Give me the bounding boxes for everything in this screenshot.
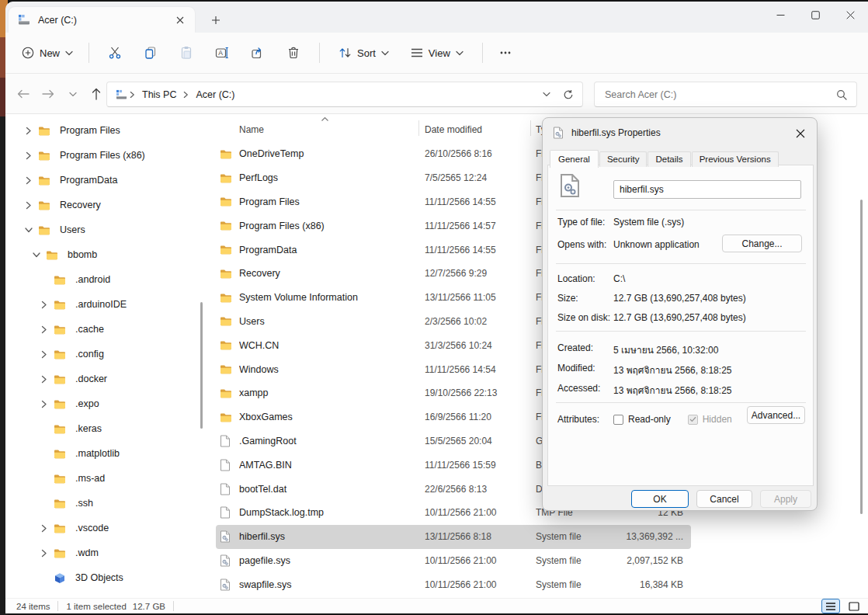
delete-button[interactable] bbox=[279, 40, 308, 66]
view-button[interactable]: View bbox=[404, 43, 470, 64]
change-button[interactable]: Change... bbox=[722, 235, 802, 252]
new-button[interactable]: New bbox=[14, 42, 81, 64]
back-button[interactable] bbox=[12, 82, 35, 106]
more-options-button[interactable] bbox=[494, 40, 517, 66]
explorer-tab[interactable]: Acer (C:) bbox=[9, 7, 195, 33]
up-button[interactable] bbox=[85, 82, 108, 106]
toolbar-separator bbox=[89, 43, 89, 63]
tab-details[interactable]: Details bbox=[648, 151, 690, 167]
search-input[interactable] bbox=[595, 89, 836, 100]
tab-previous-versions[interactable]: Previous Versions bbox=[692, 151, 779, 167]
column-header-date-modified[interactable]: Date modified bbox=[425, 124, 482, 135]
chevron-right-icon[interactable] bbox=[38, 524, 50, 533]
ok-button[interactable]: OK bbox=[631, 490, 689, 508]
tab-close-button[interactable] bbox=[172, 12, 189, 29]
chevron-down-icon[interactable] bbox=[23, 226, 35, 235]
sidebar-item-bbomb[interactable]: bbomb bbox=[5, 242, 207, 267]
cut-button[interactable] bbox=[100, 40, 130, 66]
sidebar-item-programdata[interactable]: ProgramData bbox=[5, 168, 207, 193]
sidebar-item-keras[interactable]: .keras bbox=[5, 416, 207, 441]
sidebar-item-android[interactable]: .android bbox=[5, 267, 207, 292]
window-controls bbox=[763, 2, 868, 28]
address-bar[interactable]: This PC Acer (C:) bbox=[106, 82, 583, 107]
selection-count: 1 item selected bbox=[66, 602, 126, 611]
sidebar-item-matplotlib[interactable]: .matplotlib bbox=[5, 441, 207, 466]
chevron-right-icon[interactable] bbox=[38, 400, 50, 408]
paste-button[interactable] bbox=[172, 40, 201, 66]
column-header-name[interactable]: Name bbox=[239, 124, 264, 135]
folder-icon bbox=[220, 293, 234, 303]
sidebar-scrollbar[interactable] bbox=[200, 302, 203, 429]
sidebar-item-config[interactable]: .config bbox=[5, 342, 207, 367]
chevron-right-icon[interactable] bbox=[38, 375, 50, 384]
folder-icon bbox=[54, 422, 69, 435]
chevron-right-icon[interactable] bbox=[23, 201, 35, 210]
readonly-checkbox[interactable] bbox=[613, 415, 623, 425]
copy-button[interactable] bbox=[136, 40, 165, 66]
dialog-title-bar[interactable]: hiberfil.sys Properties bbox=[543, 118, 817, 148]
rename-button[interactable]: A bbox=[207, 40, 237, 66]
chevron-right-icon[interactable] bbox=[23, 176, 35, 185]
advanced-button[interactable]: Advanced... bbox=[747, 406, 805, 424]
arrow-left-icon bbox=[17, 89, 30, 99]
chevron-right-icon[interactable] bbox=[23, 151, 35, 160]
sidebar-item-wdm[interactable]: .wdm bbox=[5, 540, 207, 565]
sort-ascending-icon bbox=[321, 116, 329, 122]
sidebar-item-docker[interactable]: .docker bbox=[5, 367, 207, 391]
refresh-button[interactable] bbox=[557, 85, 580, 105]
drive-icon bbox=[116, 89, 127, 100]
chevron-right-icon[interactable] bbox=[38, 325, 50, 334]
sidebar-item-3d-objects[interactable]: 3D Objects bbox=[5, 565, 207, 590]
table-row[interactable]: pagefile.sys10/11/2566 21:00System file2… bbox=[216, 549, 691, 573]
sort-button[interactable]: Sort bbox=[332, 42, 396, 64]
share-button[interactable] bbox=[243, 40, 273, 66]
chevron-right-icon[interactable] bbox=[23, 127, 35, 135]
ellipsis-icon bbox=[500, 51, 511, 54]
sidebar-item-expo[interactable]: .expo bbox=[5, 391, 207, 416]
folder-icon bbox=[220, 245, 234, 255]
sidebar-item-ms-ad[interactable]: .ms-ad bbox=[5, 466, 207, 491]
minimize-button[interactable] bbox=[763, 2, 798, 28]
breadcrumb-this-pc[interactable]: This PC bbox=[137, 86, 181, 103]
new-tab-button[interactable] bbox=[206, 10, 226, 30]
folder-icon bbox=[38, 199, 54, 211]
sidebar-item-recovery[interactable]: Recovery bbox=[5, 193, 207, 217]
sidebar-item-ssh[interactable]: .ssh bbox=[5, 491, 207, 516]
dialog-close-button[interactable] bbox=[791, 124, 810, 143]
chevron-right-icon[interactable] bbox=[38, 301, 50, 309]
chevron-down-icon[interactable] bbox=[30, 251, 43, 259]
readonly-checkbox-group[interactable]: Read-only bbox=[613, 414, 671, 425]
sidebar-item-vscode[interactable]: .vscode bbox=[5, 516, 207, 540]
close-window-button[interactable] bbox=[833, 2, 868, 28]
address-dropdown-button[interactable] bbox=[536, 85, 557, 105]
icons-view-button[interactable] bbox=[845, 599, 863, 613]
folder-icon bbox=[38, 149, 54, 162]
tab-security[interactable]: Security bbox=[599, 151, 648, 167]
file-list-scrollbar[interactable] bbox=[860, 200, 863, 514]
sidebar-item-cache[interactable]: .cache bbox=[5, 317, 207, 342]
field-location: Location: C:\ bbox=[557, 273, 805, 284]
divider bbox=[556, 263, 806, 264]
chevron-right-icon[interactable] bbox=[38, 350, 50, 359]
chevron-right-icon[interactable] bbox=[38, 549, 50, 558]
filename-input[interactable] bbox=[613, 180, 801, 199]
recent-locations-button[interactable] bbox=[61, 82, 85, 106]
system-file-icon bbox=[220, 530, 234, 543]
column-resize-handle[interactable] bbox=[530, 120, 531, 136]
table-row-selected-hiberfil[interactable]: hiberfil.sys13/11/2566 8:18System file13… bbox=[216, 525, 691, 549]
close-icon bbox=[176, 16, 184, 24]
sidebar-item-arduinoide[interactable]: .arduinoIDE bbox=[5, 292, 207, 317]
breadcrumb-acer-c[interactable]: Acer (C:) bbox=[191, 86, 239, 103]
sidebar-item-program-files[interactable]: Program Files bbox=[5, 118, 207, 143]
tab-general[interactable]: General bbox=[550, 150, 599, 168]
maximize-button[interactable] bbox=[798, 2, 833, 28]
sidebar-item-program-files-x86[interactable]: Program Files (x86) bbox=[5, 143, 207, 168]
sidebar-item-users[interactable]: Users bbox=[5, 217, 207, 242]
cancel-button[interactable]: Cancel bbox=[696, 490, 752, 508]
column-resize-handle[interactable] bbox=[418, 120, 419, 136]
details-view-button[interactable] bbox=[821, 599, 840, 613]
status-separator bbox=[173, 601, 174, 611]
folder-icon bbox=[220, 149, 234, 159]
forward-button[interactable] bbox=[36, 82, 60, 106]
table-row[interactable]: swapfile.sys10/11/2566 21:00System file1… bbox=[216, 572, 691, 596]
